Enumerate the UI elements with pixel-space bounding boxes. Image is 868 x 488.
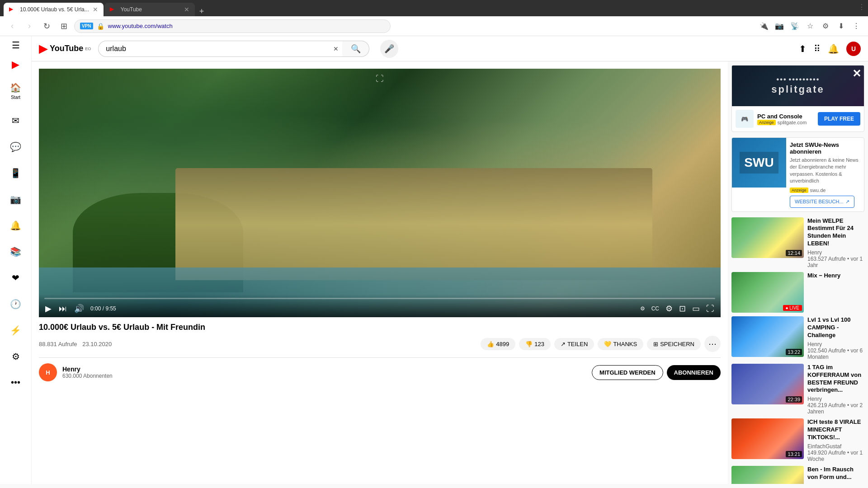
volume-button[interactable]: 🔊: [73, 303, 85, 314]
rec-title-0: Mein WELPE Bestimmt Für 24 Stunden Mein …: [807, 217, 864, 248]
sidebar-item-home[interactable]: 🏠 Start: [0, 79, 31, 103]
more-actions-btn[interactable]: ⋯: [704, 336, 721, 352]
play-button[interactable]: ▶: [44, 303, 52, 314]
sidebar-item-chat[interactable]: 💬: [0, 138, 31, 156]
rec-item-4[interactable]: 13:21ICH teste 8 VIRALE MINECRAFT TIKTOK…: [731, 418, 864, 462]
rec-item-3[interactable]: 22:391 TAG im KOFFERRAUM von BESTEM FREU…: [731, 364, 864, 415]
new-tab-button[interactable]: +: [196, 7, 208, 16]
library-icon: 📚: [10, 246, 21, 257]
time-display: 0:00 / 9:55: [90, 305, 116, 312]
tab-youtube[interactable]: ▶ YouTube ✕: [104, 3, 195, 16]
dislike-btn[interactable]: 👎 123: [519, 338, 551, 350]
settings-icon[interactable]: ⚙: [819, 20, 832, 33]
notifications-btn[interactable]: 🔔: [828, 43, 839, 54]
header-right-actions: ⬆ ⠿ 🔔 U: [799, 42, 861, 56]
swu-badge-row: Anzeige swu.de: [790, 188, 860, 193]
thanks-btn[interactable]: 💛 THANKS: [598, 338, 643, 350]
apps-btn[interactable]: ⠿: [814, 43, 821, 54]
rec-item-1[interactable]: ● LIVEMix − Henry: [731, 272, 864, 313]
youtube-logo[interactable]: ▶: [12, 59, 19, 70]
video-action-buttons: 👍 4899 👎 123 ↗ TEILEN: [481, 336, 721, 352]
tab2-title: YouTube: [121, 6, 180, 13]
hamburger-menu[interactable]: ☰: [12, 40, 20, 51]
user-avatar[interactable]: U: [846, 42, 861, 56]
sidebar-item-message[interactable]: ✉: [0, 112, 31, 130]
sidebar-item-liked[interactable]: ❤: [0, 269, 31, 287]
video-progress-bar[interactable]: [44, 298, 715, 299]
ad-close-icon[interactable]: ✕: [852, 67, 862, 80]
cast-icon[interactable]: 📡: [788, 20, 801, 33]
sidebar-item-camera[interactable]: 📷: [0, 190, 31, 208]
download-icon[interactable]: ⬇: [835, 20, 847, 33]
rec-info-4: ICH teste 8 VIRALE MINECRAFT TIKTOKS!...…: [807, 418, 864, 462]
rec-channel-2: Henry: [807, 341, 864, 347]
sidebar-item-mobile[interactable]: 📱: [0, 164, 31, 182]
channel-info: Henry 630.000 Abonnenten: [62, 366, 113, 379]
channel-avatar[interactable]: H: [39, 363, 57, 381]
channel-avatar-text: H: [46, 369, 50, 376]
website-visit-btn[interactable]: WEBSITE BESUCH... ↗: [790, 196, 854, 208]
save-btn[interactable]: ⊞ SPEICHERN: [647, 338, 701, 350]
address-input[interactable]: [108, 23, 385, 29]
subtitles-btn[interactable]: CC: [651, 305, 660, 313]
recommended-list: 12:14Mein WELPE Bestimmt Für 24 Stunden …: [731, 217, 864, 484]
home-button[interactable]: ⊞: [57, 19, 71, 33]
play-free-button[interactable]: PLAY FREE: [818, 112, 860, 126]
next-button[interactable]: ⏭: [58, 303, 68, 314]
tab-active[interactable]: ▶ 10.000€ Urlaub vs. 5€ Urla... ✕: [4, 3, 104, 16]
sidebar-item-more[interactable]: •••: [0, 374, 31, 391]
subscribe-button[interactable]: ABONNIEREN: [667, 365, 721, 380]
upload-btn[interactable]: ⬆: [799, 43, 807, 54]
extensions-icon[interactable]: 🔌: [758, 20, 770, 33]
channel-name[interactable]: Henry: [62, 366, 113, 373]
rec-item-2[interactable]: 13:22Lvl 1 vs Lvl 100 CAMPING - Challeng…: [731, 316, 864, 360]
speed-btn[interactable]: ⚙: [639, 305, 646, 313]
fullscreen-btn[interactable]: ⛶: [705, 303, 715, 314]
channel-row: H Henry 630.000 Abonnenten MITGLIED WERD…: [39, 363, 721, 381]
rec-meta-2: 102.540 Aufrufe • vor 6 Monaten: [807, 347, 864, 360]
home-icon: 🏠: [10, 82, 21, 93]
sidebar-item-flash[interactable]: ⚡: [0, 321, 31, 339]
sidebar-item-notifications[interactable]: 🔔: [0, 216, 31, 235]
swu-ad-info: Jetzt SWUe-News abonnieren Jetzt abonnie…: [786, 138, 864, 211]
tab-close-btn[interactable]: ✕: [93, 6, 98, 13]
view-count: 88.831 Aufrufe: [39, 341, 77, 347]
address-bar: VPN 🔒: [74, 19, 391, 33]
theater-btn[interactable]: ▭: [691, 303, 701, 314]
search-clear-btn[interactable]: ✕: [330, 41, 342, 57]
voice-search-btn[interactable]: 🎤: [380, 40, 398, 58]
search-input[interactable]: [98, 41, 330, 57]
swu-ad-inner: SWU Jetzt SWUe-News abonnieren Jetzt abo…: [732, 138, 864, 211]
youtube-logo-header[interactable]: ▶ YouTube EO: [39, 42, 91, 56]
sidebar-item-history[interactable]: 🕐: [0, 295, 31, 313]
rec-meta-4: 149.920 Aufrufe • vor 1 Woche: [807, 450, 864, 462]
external-link-icon: ↗: [845, 199, 849, 205]
bookmark-icon[interactable]: ☆: [804, 20, 816, 33]
settings-btn[interactable]: ⚙: [665, 303, 674, 314]
like-btn[interactable]: 👍 4899: [481, 338, 515, 350]
rec-info-5: Ben - Im Rausch von Form und...: [807, 466, 864, 484]
save-label: SPEICHERN: [660, 341, 694, 347]
video-resize-icon[interactable]: ⛶: [376, 74, 384, 84]
ad-badge: Anzeige: [757, 120, 776, 125]
rec-channel-0: Henry: [807, 249, 864, 256]
more-icon[interactable]: ⋮: [850, 20, 863, 33]
camera-icon[interactable]: 📷: [773, 20, 786, 33]
member-button[interactable]: MITGLIED WERDEN: [592, 365, 663, 380]
sidebar-item-settings[interactable]: ⚙: [0, 347, 31, 366]
miniplayer-btn[interactable]: ⊡: [678, 303, 687, 314]
video-player[interactable]: ⛶ ▶ ⏭ 🔊 0:00 / 9:55: [39, 69, 721, 317]
share-btn[interactable]: ↗ TEILEN: [554, 338, 594, 350]
sidebar-item-library[interactable]: 📚: [0, 243, 31, 261]
youtube-header: ▶ YouTube EO ✕ 🔍 🎤 ⬆ ⠿ 🔔 U: [32, 36, 868, 61]
swu-ad: ⋮ SWU Jetzt SWUe-News abonnieren Jetzt a…: [731, 137, 864, 212]
tab2-close-btn[interactable]: ✕: [184, 6, 189, 13]
rec-meta-3: 426.219 Aufrufe • vor 2 Jahren: [807, 402, 864, 415]
ad-url: splitgate.com: [778, 120, 807, 125]
rec-item-0[interactable]: 12:14Mein WELPE Bestimmt Für 24 Stunden …: [731, 217, 864, 269]
reload-button[interactable]: ↻: [40, 19, 53, 33]
search-submit-btn[interactable]: 🔍: [342, 41, 369, 57]
forward-button[interactable]: ›: [23, 19, 36, 33]
back-button[interactable]: ‹: [5, 19, 19, 33]
rec-item-5[interactable]: Ben - Im Rausch von Form und...: [731, 466, 864, 484]
